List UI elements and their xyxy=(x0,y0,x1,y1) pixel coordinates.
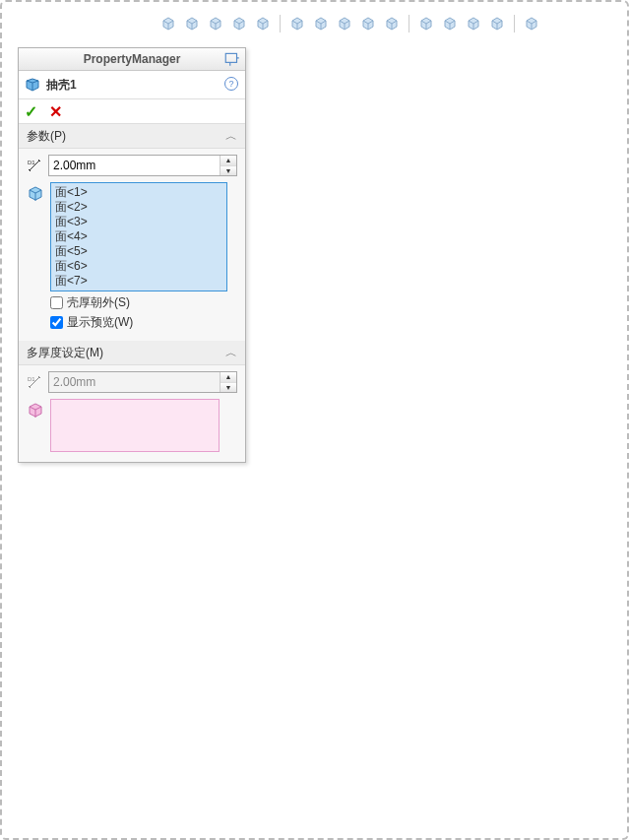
iso-icon[interactable] xyxy=(288,15,306,32)
section-title-params: 参数(P) xyxy=(27,128,66,145)
spin-buttons[interactable]: ▲▼ xyxy=(220,156,236,175)
list-item[interactable]: 面<3> xyxy=(55,215,222,229)
show-preview-label: 显示预览(W) xyxy=(67,314,133,331)
pin-icon[interactable] xyxy=(223,50,241,68)
shell-outward-input[interactable] xyxy=(50,296,63,309)
measure-icon[interactable] xyxy=(230,15,248,32)
title-text: PropertyManager xyxy=(84,52,181,66)
svg-marker-4 xyxy=(2,632,95,711)
list-item[interactable]: 面<6> xyxy=(55,259,222,274)
svg-text:?: ? xyxy=(228,79,233,89)
shading-icon[interactable] xyxy=(312,15,330,32)
zoom-icon[interactable] xyxy=(183,15,201,32)
multi-thickness-dim-icon: D1 xyxy=(27,374,42,390)
display-icon[interactable] xyxy=(488,15,506,32)
svg-text:D1: D1 xyxy=(28,160,35,165)
svg-point-8 xyxy=(283,360,351,392)
print-icon[interactable] xyxy=(441,15,459,32)
shell-feature-icon xyxy=(25,77,40,93)
shell-outward-label: 壳厚朝外(S) xyxy=(67,294,130,311)
svg-line-14 xyxy=(467,798,504,811)
thickness-dim-icon: D1 xyxy=(27,158,42,173)
list-item[interactable]: 面<4> xyxy=(55,229,222,244)
axis-icon[interactable] xyxy=(159,15,177,32)
thickness-input[interactable]: ▲▼ xyxy=(48,155,237,176)
feature-row: 抽壳1 ? xyxy=(19,71,245,99)
svg-marker-5 xyxy=(332,549,568,637)
chevron-up-icon: ︿ xyxy=(225,128,237,145)
separator xyxy=(280,15,281,32)
face-selection-icon xyxy=(27,184,44,202)
thickness-field[interactable] xyxy=(49,156,220,175)
svg-marker-3 xyxy=(317,549,494,627)
orbit-icon[interactable] xyxy=(207,15,224,32)
property-manager-panel: PropertyManager 抽壳1 ? ✓ ✕ 参数(P) ︿ xyxy=(18,47,246,463)
list-item[interactable]: 面<7> xyxy=(55,274,222,289)
chevron-up-icon: ︿ xyxy=(225,345,237,361)
spin-buttons[interactable]: ▲▼ xyxy=(220,372,236,392)
svg-line-12 xyxy=(450,601,514,672)
section-head-multi[interactable]: 多厚度设定(M) ︿ xyxy=(19,341,245,365)
appearance-icon[interactable] xyxy=(336,15,353,32)
svg-marker-2 xyxy=(258,381,519,440)
svg-text:D1: D1 xyxy=(28,376,35,382)
svg-marker-6 xyxy=(514,558,568,809)
section-title-multi: 多厚度设定(M) xyxy=(27,345,103,361)
svg-rect-18 xyxy=(225,53,236,62)
confirm-row: ✓ ✕ xyxy=(19,99,245,124)
property-manager-title: PropertyManager xyxy=(19,48,245,71)
help-icon[interactable]: ? xyxy=(223,76,239,92)
separator xyxy=(409,15,409,32)
svg-marker-7 xyxy=(484,795,534,829)
monitor-icon[interactable] xyxy=(523,15,540,32)
section-body-params: D1 ▲▼ 面<1>面<2>面<3>面<4>面<5>面<6>面<7> 壳厚朝外(… xyxy=(19,149,245,341)
svg-marker-15 xyxy=(490,796,504,808)
separator xyxy=(514,15,515,32)
shell-outward-checkbox[interactable]: 壳厚朝外(S) xyxy=(50,294,237,311)
section-body-multi: D1 ▲▼ xyxy=(19,365,245,462)
svg-line-10 xyxy=(339,325,391,371)
multi-face-icon xyxy=(27,401,44,419)
cancel-button[interactable]: ✕ xyxy=(49,102,62,121)
list-item[interactable]: 面<2> xyxy=(55,200,222,215)
svg-marker-11 xyxy=(339,356,356,371)
show-preview-checkbox[interactable]: 显示预览(W) xyxy=(50,314,237,331)
hide-icon[interactable] xyxy=(417,15,435,32)
svg-line-17 xyxy=(276,315,295,321)
ok-button[interactable]: ✓ xyxy=(25,102,37,121)
section-head-params[interactable]: 参数(P) ︿ xyxy=(19,124,245,149)
list-item[interactable]: 面<1> xyxy=(55,185,222,200)
svg-point-9 xyxy=(281,400,349,431)
render-icon[interactable] xyxy=(359,15,377,32)
multi-faces-list[interactable] xyxy=(50,399,220,452)
svg-marker-13 xyxy=(496,650,514,672)
multi-thickness-input[interactable]: ▲▼ xyxy=(48,371,237,393)
feature-name: 抽壳1 xyxy=(46,77,77,94)
scene-icon[interactable] xyxy=(383,15,401,32)
view-toolbar xyxy=(159,12,607,35)
multi-thickness-field[interactable] xyxy=(49,372,220,392)
faces-to-remove-list[interactable]: 面<1>面<2>面<3>面<4>面<5>面<6>面<7> xyxy=(50,182,227,291)
list-item[interactable]: 面<5> xyxy=(55,244,222,259)
section-icon[interactable] xyxy=(254,15,272,32)
layers-icon[interactable] xyxy=(465,15,482,32)
show-preview-input[interactable] xyxy=(50,316,63,329)
